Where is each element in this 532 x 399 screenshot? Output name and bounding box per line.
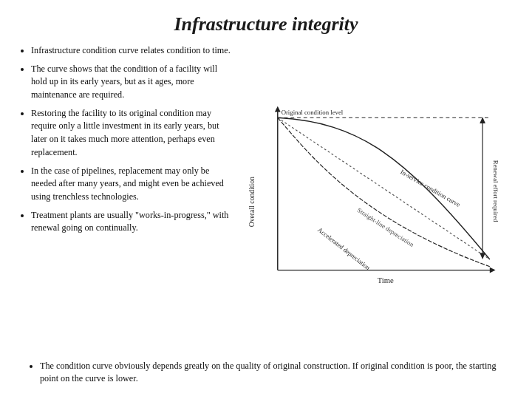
- infrastructure-diagram: Overall condition Time Original conditio…: [245, 44, 511, 352]
- bullet-4: In the case of pipelines, replacement ma…: [31, 165, 235, 204]
- bullet-2: The curve shows that the condition of a …: [31, 63, 235, 102]
- svg-text:Overall condition: Overall condition: [248, 177, 256, 227]
- bullet-1: Infrastructure condition curve relates c…: [31, 44, 235, 58]
- bullet-list-container: Infrastructure condition curve relates c…: [21, 44, 235, 352]
- svg-marker-2: [275, 106, 281, 112]
- svg-text:Accelerated depreciation: Accelerated depreciation: [316, 226, 372, 272]
- svg-text:Straight-line depreciation: Straight-line depreciation: [356, 206, 416, 248]
- bullet-3: Restoring the facility to its original c…: [31, 107, 235, 160]
- svg-text:Time: Time: [378, 276, 394, 284]
- svg-text:Renewal effort required: Renewal effort required: [492, 160, 499, 222]
- svg-text:In-service condition curve: In-service condition curve: [399, 168, 462, 208]
- svg-text:Original condition level: Original condition level: [282, 109, 344, 116]
- bullet-5: Treatment plants are usually "works-in-p…: [31, 209, 235, 235]
- svg-line-9: [278, 117, 490, 259]
- page: Infrastructure integrity Infrastructure …: [0, 0, 532, 399]
- svg-marker-3: [490, 267, 496, 273]
- bullet-list: Infrastructure condition curve relates c…: [21, 44, 235, 235]
- bottom-note: The condition curve obviously depends gr…: [21, 360, 511, 387]
- page-title: Infrastructure integrity: [21, 13, 511, 35]
- bottom-note-text: The condition curve obviously depends gr…: [40, 360, 511, 386]
- main-content: Infrastructure condition curve relates c…: [21, 44, 511, 352]
- svg-marker-14: [480, 253, 485, 259]
- diagram-area: Overall condition Time Original conditio…: [245, 44, 511, 352]
